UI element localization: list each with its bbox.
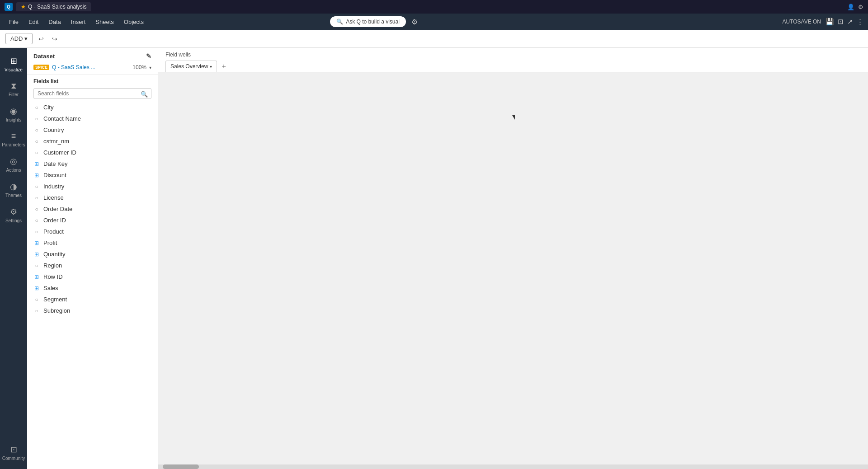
ask-q-label: Ask Q to build a visual	[346, 19, 400, 25]
field-icon-string: ○	[33, 138, 40, 145]
field-wells-title: Field wells	[165, 52, 861, 58]
sheet-tab-chevron-icon[interactable]: ▾	[210, 64, 212, 69]
field-icon-numeric: ⊞	[33, 285, 40, 291]
dataset-name[interactable]: Q - SaaS Sales ...	[52, 64, 130, 70]
field-item-city[interactable]: ○City	[27, 102, 158, 113]
menu-insert[interactable]: Insert	[66, 17, 90, 27]
field-name: Profit	[43, 239, 57, 246]
dataset-percent: 100%	[132, 64, 146, 70]
sidebar-item-filter[interactable]: ⧗ Filter	[0, 77, 27, 102]
field-name: Order Date	[43, 206, 72, 212]
field-item-quantity[interactable]: ⊞Quantity	[27, 249, 158, 260]
search-fields-button[interactable]: 🔍	[141, 91, 148, 98]
sidebar-item-actions[interactable]: ◎ Actions	[0, 152, 27, 177]
actions-label: Actions	[6, 168, 21, 173]
visualize-icon: ⊞	[10, 56, 17, 66]
field-name: Quantity	[43, 251, 65, 258]
field-item-country[interactable]: ○Country	[27, 124, 158, 136]
sidebar-item-visualize[interactable]: ⊞ Visualize	[0, 52, 27, 77]
bottom-scrollbar[interactable]	[158, 464, 868, 469]
sheet-tab-sales-overview[interactable]: Sales Overview ▾	[165, 61, 217, 72]
sidebar-item-community[interactable]: ⊡ Community	[0, 440, 27, 465]
actions-icon: ◎	[10, 156, 17, 166]
field-icon-geo: ○	[33, 263, 40, 269]
field-item-region[interactable]: ○Region	[27, 260, 158, 271]
field-item-date-key[interactable]: ⊞Date Key	[27, 158, 158, 169]
field-item-sales[interactable]: ⊞Sales	[27, 282, 158, 294]
menu-edit[interactable]: Edit	[24, 17, 43, 27]
ask-q-settings-button[interactable]: ⚙	[410, 16, 420, 28]
more-icon[interactable]: ⋮	[857, 18, 863, 26]
community-icon: ⊡	[10, 445, 17, 455]
add-sheet-button[interactable]: +	[219, 61, 228, 71]
sidebar-icons: ⊞ Visualize ⧗ Filter ◉ Insights ≡ Parame…	[0, 48, 27, 469]
field-item-order-date[interactable]: ○Order Date	[27, 203, 158, 215]
redo-button[interactable]: ↪	[50, 34, 60, 43]
sidebar-item-parameters[interactable]: ≡ Parameters	[0, 127, 27, 152]
preview-icon[interactable]: ⊡	[838, 18, 844, 26]
field-name: Industry	[43, 183, 64, 190]
ask-q-button[interactable]: 🔍 Ask Q to build a visual	[330, 16, 406, 27]
menu-file[interactable]: File	[5, 17, 23, 27]
parameters-label: Parameters	[2, 142, 25, 147]
field-name: Region	[43, 262, 62, 269]
field-item-contact-name[interactable]: ○Contact Name	[27, 113, 158, 124]
field-icon-numeric: ⊞	[33, 251, 40, 258]
edit-dataset-icon[interactable]: ✎	[146, 52, 151, 60]
share-icon[interactable]: ↗	[847, 18, 853, 26]
dataset-chevron-icon[interactable]: ▾	[149, 65, 151, 70]
settings-icon[interactable]: ⚙	[858, 4, 863, 10]
field-name: Segment	[43, 296, 67, 303]
themes-label: Themes	[5, 193, 22, 198]
user-icon[interactable]: 👤	[847, 4, 854, 10]
dataset-section: SPICE Q - SaaS Sales ... 100% ▾	[27, 62, 158, 75]
field-icon-string: ○	[33, 217, 40, 224]
field-item-subregion[interactable]: ○Subregion	[27, 305, 158, 316]
sheet-tab-label: Sales Overview	[170, 63, 208, 70]
field-name: Discount	[43, 172, 66, 178]
field-item-profit[interactable]: ⊞Profit	[27, 237, 158, 249]
star-icon[interactable]: ★	[21, 4, 26, 10]
sheet-tabs: Sales Overview ▾ +	[165, 61, 861, 72]
save-icon[interactable]: 💾	[826, 18, 834, 26]
insights-label: Insights	[6, 117, 21, 122]
title-tab[interactable]: ★ Q - SaaS Sales analysis	[16, 2, 91, 11]
field-name: Sales	[43, 285, 58, 291]
field-icon-numeric: ⊞	[33, 172, 40, 178]
menu-data[interactable]: Data	[44, 17, 65, 27]
community-label: Community	[2, 456, 25, 461]
search-fields-input[interactable]	[33, 88, 151, 99]
sidebar-item-themes[interactable]: ◑ Themes	[0, 177, 27, 202]
sidebar-item-settings[interactable]: ⚙ Settings	[0, 202, 27, 228]
field-item-segment[interactable]: ○Segment	[27, 294, 158, 305]
field-item-license[interactable]: ○License	[27, 192, 158, 203]
field-icon-string: ○	[33, 183, 40, 190]
field-item-row-id[interactable]: ⊞Row ID	[27, 271, 158, 282]
field-icon-string: ○	[33, 296, 40, 303]
menu-bar-center: 🔍 Ask Q to build a visual ⚙	[330, 16, 420, 28]
title-bar-right: 👤 ⚙	[847, 4, 863, 10]
field-item-order-id[interactable]: ○Order ID	[27, 215, 158, 226]
field-name: Contact Name	[43, 115, 81, 122]
field-name: Date Key	[43, 160, 67, 167]
menu-sheets[interactable]: Sheets	[91, 17, 118, 27]
field-item-discount[interactable]: ⊞Discount	[27, 169, 158, 181]
field-item-product[interactable]: ○Product	[27, 226, 158, 237]
undo-button[interactable]: ↩	[36, 34, 46, 43]
add-button[interactable]: ADD ▾	[5, 33, 33, 44]
autosave-label: AUTOSAVE ON	[782, 19, 821, 25]
fields-panel: Dataset ✎ SPICE Q - SaaS Sales ... 100% …	[27, 48, 158, 469]
menu-bar: File Edit Data Insert Sheets Objects 🔍 A…	[0, 14, 868, 30]
search-fields-wrapper: 🔍	[27, 86, 158, 102]
scrollbar-thumb[interactable]	[163, 464, 199, 469]
menu-bar-icons: 💾 ⊡ ↗ ⋮	[826, 18, 863, 26]
field-item-customer-id[interactable]: ○Customer ID	[27, 147, 158, 158]
field-item-industry[interactable]: ○Industry	[27, 181, 158, 192]
field-name: Product	[43, 228, 64, 235]
settings-label: Settings	[5, 218, 22, 223]
field-item-cstmr_nm[interactable]: ○cstmr_nm	[27, 136, 158, 147]
sidebar-item-insights[interactable]: ◉ Insights	[0, 102, 27, 127]
parameters-icon: ≡	[11, 131, 16, 141]
dataset-row: SPICE Q - SaaS Sales ... 100% ▾	[33, 64, 151, 70]
menu-objects[interactable]: Objects	[119, 17, 148, 27]
